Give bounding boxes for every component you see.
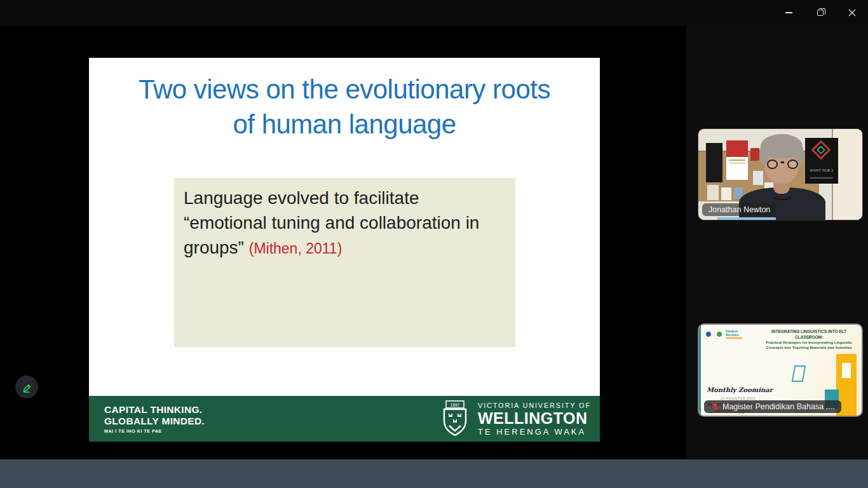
scene-poster-red-band xyxy=(726,140,748,157)
close-icon xyxy=(848,8,857,17)
scene-paper xyxy=(707,185,719,200)
scene-poster-line xyxy=(810,177,833,179)
participant-name: Jonathan Newton xyxy=(709,205,770,214)
screen-share-area: Two views on the evolutionary roots of h… xyxy=(0,25,686,459)
tagline-line2: GLOBALLY MINDED. xyxy=(104,416,205,427)
taskbar: 1 xyxy=(0,459,868,488)
scene-red-card xyxy=(750,148,759,161)
minimize-icon xyxy=(785,12,792,13)
window-controls xyxy=(773,0,868,25)
logo-inner xyxy=(717,332,722,337)
restore-icon xyxy=(817,10,824,16)
poster-parallelogram-decor xyxy=(792,365,806,382)
poster-door-window xyxy=(842,363,851,378)
scene-poster-gold-line xyxy=(729,159,745,161)
university-name: VICTORIA UNIVERSITY OF WELLINGTON TE HER… xyxy=(478,396,591,442)
university-line3: TE HERENGA WAKA xyxy=(478,427,591,437)
muted-mic-icon xyxy=(710,402,719,411)
slide-title-line2: of human language xyxy=(89,107,600,142)
slide-title: Two views on the evolutionary roots of h… xyxy=(89,72,600,142)
restore-button[interactable] xyxy=(804,0,836,25)
poster-edge-strip xyxy=(699,325,701,417)
tagline-line3: MAI I TE IHO KI TE PAE xyxy=(104,429,205,433)
glasses-lens xyxy=(767,159,778,169)
participant-video-jonathan[interactable]: NIGHT HUB 2 Jonathan Newton xyxy=(698,128,863,220)
glasses-lens xyxy=(787,159,798,169)
quote-citation: (Mithen, 2011) xyxy=(249,240,342,257)
scene-poster-line xyxy=(729,163,745,164)
logo-underline xyxy=(726,337,742,339)
person-glasses xyxy=(767,159,798,169)
audio-level-bar xyxy=(717,217,776,220)
university-logo-icon xyxy=(715,330,723,339)
glasses-bridge xyxy=(781,161,784,163)
svg-text:1897: 1897 xyxy=(451,403,460,407)
scene-poster-black xyxy=(706,143,722,182)
logo-text2: Merdeka xyxy=(726,334,742,337)
participant-video-magister[interactable]: Kampus Merdeka INTEGRATING LINGUISTICS I… xyxy=(698,323,863,417)
participant-name-tag: Jonathan Newton xyxy=(702,203,776,216)
poster-logos: Kampus Merdeka xyxy=(704,330,742,339)
participant-name-tag: Magister Pendidikan Bahasa .... xyxy=(704,400,841,413)
university-line2: WELLINGTON xyxy=(478,410,591,427)
slide-title-line1: Two views on the evolutionary roots xyxy=(89,72,600,107)
logo-inner xyxy=(706,332,711,337)
slide-footer-banner: CAPITAL THINKING. GLOBALLY MINDED. MAI I… xyxy=(89,396,600,442)
poster-heading: INTEGRATING LINGUISTICS INTO ELT CLASSRO… xyxy=(760,329,858,350)
minimize-button[interactable] xyxy=(773,0,804,25)
annotate-button[interactable] xyxy=(15,376,38,398)
tagline-line1: CAPITAL THINKING. xyxy=(104,404,205,416)
poster-heading-line3: Concepts into Teaching Materials and Act… xyxy=(760,345,858,350)
scene-poster-text: NIGHT HUB 2 xyxy=(805,168,838,172)
university-line1: VICTORIA UNIVERSITY OF xyxy=(478,401,591,410)
scene-paper xyxy=(753,171,763,185)
person-necklace xyxy=(772,190,792,200)
window-titlebar xyxy=(0,0,868,25)
presentation-slide: Two views on the evolutionary roots of h… xyxy=(89,58,600,442)
slide-quote-box: Language evolved to facilitate “emotiona… xyxy=(174,178,515,347)
pencil-icon xyxy=(20,381,33,393)
kemdikbud-logo-icon xyxy=(704,330,712,339)
poster-event-title: Monthly Zoominar xyxy=(707,386,773,393)
poster-heading-line1: INTEGRATING LINGUISTICS INTO ELT CLASSRO… xyxy=(760,329,858,340)
kampus-merdeka-logo: Kampus Merdeka xyxy=(726,330,742,339)
scene-poster-dark: NIGHT HUB 2 xyxy=(805,138,838,184)
university-crest-icon: 1897 xyxy=(440,400,470,440)
participant-name: Magister Pendidikan Bahasa .... xyxy=(722,402,835,411)
scene-poster-white xyxy=(726,140,748,180)
scene-paper xyxy=(721,187,731,200)
poster-heading-line2: Practical Strategies for Incorporating L… xyxy=(760,340,858,345)
close-button[interactable] xyxy=(836,0,868,25)
screen: Two views on the evolutionary roots of h… xyxy=(0,0,868,488)
footer-tagline: CAPITAL THINKING. GLOBALLY MINDED. MAI I… xyxy=(104,396,205,442)
